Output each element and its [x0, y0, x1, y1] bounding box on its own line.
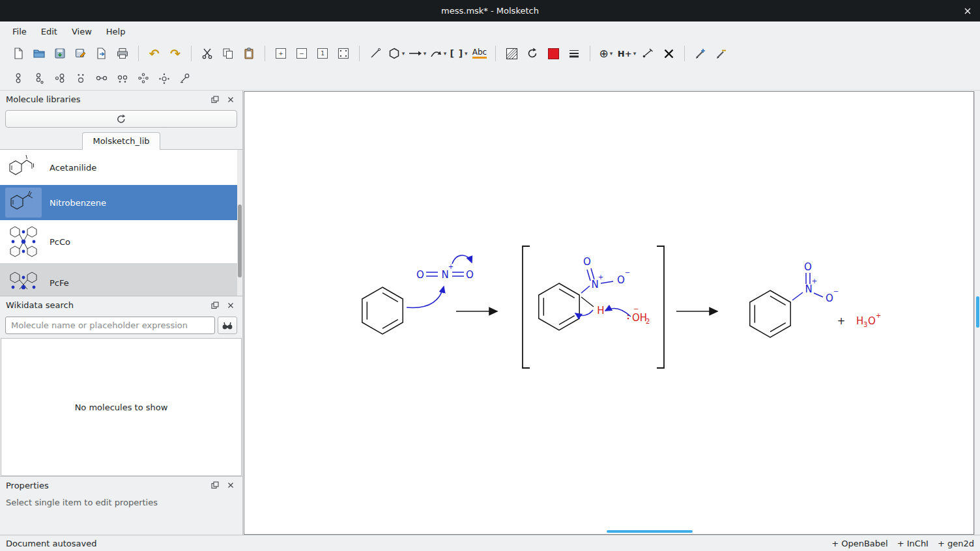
molecule-tool-2[interactable] [29, 68, 49, 88]
draw-mechanism-arrow-tool[interactable]: ▾ [428, 44, 448, 63]
close-panel-button[interactable] [225, 300, 237, 311]
molecule-tool-9[interactable] [175, 68, 195, 88]
molecule-tool-6[interactable] [113, 68, 132, 88]
library-item-nitrobenzene[interactable]: Nitrobenzene [0, 185, 242, 220]
pcco-structure-thumbnail [5, 223, 42, 261]
scrollbar-thumb[interactable] [238, 205, 242, 277]
library-item-pcfe[interactable]: PcFe [0, 263, 242, 296]
molecule-tool-1[interactable] [8, 68, 28, 88]
hatch-fill-tool[interactable] [502, 44, 521, 63]
float-panel-icon [211, 302, 219, 309]
charge-tool[interactable]: ⊕ ▾ [596, 44, 616, 63]
menu-help[interactable]: Help [99, 23, 133, 40]
bracket-icon: [ ] [450, 48, 463, 59]
svg-text:N: N [441, 269, 448, 281]
line-width-tool[interactable] [564, 44, 584, 63]
right-bracket[interactable] [657, 246, 664, 368]
delete-tool[interactable] [659, 44, 678, 63]
copy-button[interactable] [218, 44, 238, 63]
save-as-button[interactable] [71, 44, 91, 63]
pcfe-structure-thumbnail [5, 270, 42, 296]
undo-button[interactable]: ↶ [145, 44, 164, 63]
hatch-pattern-icon [506, 48, 518, 60]
export-image-button[interactable] [92, 44, 111, 63]
nitrobenzene-product[interactable]: N + O O − [750, 261, 839, 337]
draw-ring-tool[interactable]: ▾ [386, 44, 406, 63]
molecule-tool-8[interactable] [154, 68, 174, 88]
svg-text:−: − [833, 288, 839, 295]
titlebar[interactable]: mess.msk* - Molsketch [0, 0, 980, 21]
paste-button[interactable] [239, 44, 259, 63]
library-item-pcco[interactable]: PcCo [0, 220, 242, 263]
new-document-button[interactable] [8, 44, 28, 63]
draw-bond-tool[interactable] [366, 44, 385, 63]
drawing-canvas[interactable]: O N + O N + [244, 91, 974, 535]
svg-text:OH: OH [632, 312, 647, 324]
zoom-original-icon: 1 [317, 48, 328, 59]
hydronium-ion[interactable]: H 3 O + [856, 312, 881, 328]
float-panel-button[interactable] [209, 479, 221, 491]
plugin-gen2d: + gen2d [938, 539, 974, 548]
reactant-benzene[interactable] [362, 287, 403, 334]
zoom-fit-icon [338, 48, 349, 59]
vertical-scrollbar[interactable] [974, 91, 980, 535]
nitronium-ion[interactable]: O N + O [416, 263, 474, 281]
rotate-tool[interactable] [523, 44, 542, 63]
electron-arrow-deprotonation[interactable] [605, 309, 631, 317]
pen-minus-icon [715, 47, 728, 60]
dropdown-arrow-icon: ▾ [444, 50, 447, 57]
print-button[interactable] [113, 44, 132, 63]
menu-edit[interactable]: Edit [34, 23, 65, 40]
molecule-tool-5[interactable] [92, 68, 111, 88]
library-item-acetanilide[interactable]: Acetanilide [0, 150, 242, 185]
properties-hint: Select single item to edit properties [0, 494, 242, 511]
open-file-button[interactable] [29, 44, 49, 63]
molecule-tool-3[interactable] [50, 68, 70, 88]
horizontal-scrollbar-thumb[interactable] [607, 530, 693, 533]
delete-x-icon [663, 48, 674, 59]
window-close-button[interactable] [962, 5, 973, 17]
pen-decrement-tool[interactable] [712, 44, 731, 63]
left-bracket[interactable] [523, 246, 530, 368]
zoom-fit-button[interactable] [334, 44, 353, 63]
menu-file[interactable]: File [5, 23, 34, 40]
add-hydrogen-tool[interactable]: H+ ▾ [617, 44, 637, 63]
save-button[interactable] [50, 44, 70, 63]
refresh-library-button[interactable] [5, 110, 237, 128]
close-panel-button[interactable] [225, 479, 237, 491]
float-panel-button[interactable] [209, 94, 221, 106]
zoom-in-icon: + [276, 48, 286, 59]
tab-molsketch-lib[interactable]: Molsketch_lib [82, 132, 160, 150]
zoom-original-button[interactable]: 1 [313, 44, 332, 63]
zoom-out-icon: − [296, 48, 307, 59]
zoom-out-button[interactable]: − [292, 44, 311, 63]
draw-reaction-arrow-tool[interactable]: ▾ [407, 44, 427, 63]
molecule-tool-4[interactable] [71, 68, 91, 88]
electron-arrow-nitronium[interactable] [452, 255, 472, 264]
electron-pair-tool[interactable] [638, 44, 657, 63]
electron-arrow-rearomatize[interactable] [575, 310, 593, 315]
arenium-intermediate[interactable]: N + O O − H [539, 256, 630, 330]
redo-button[interactable]: ↷ [166, 44, 185, 63]
menu-view[interactable]: View [65, 23, 99, 40]
cut-button[interactable] [197, 44, 217, 63]
svg-text:+: + [876, 312, 881, 319]
pen-increment-tool[interactable] [691, 44, 710, 63]
molecule-tool-7[interactable] [134, 68, 153, 88]
float-panel-button[interactable] [209, 300, 221, 311]
insert-text-tool[interactable]: Abc [470, 44, 489, 63]
electron-arrow-attack[interactable] [407, 287, 444, 307]
vertical-scrollbar-thumb[interactable] [976, 296, 979, 328]
molsketch-window: mess.msk* - Molsketch File Edit View Hel… [0, 0, 980, 551]
dropdown-arrow-icon: ▾ [610, 50, 613, 57]
window-title: mess.msk* - Molsketch [441, 6, 539, 16]
zoom-in-button[interactable]: + [271, 44, 291, 63]
draw-bracket-tool[interactable]: [ ] ▾ [449, 44, 468, 63]
close-panel-button[interactable] [225, 94, 237, 106]
water-base[interactable]: OH 2 − [627, 305, 650, 325]
wikidata-search-button[interactable] [218, 317, 237, 334]
library-list-scrollbar[interactable] [237, 150, 242, 296]
color-picker-button[interactable] [543, 44, 563, 63]
svg-text:O: O [868, 315, 876, 327]
wikidata-search-input[interactable] [5, 317, 215, 334]
